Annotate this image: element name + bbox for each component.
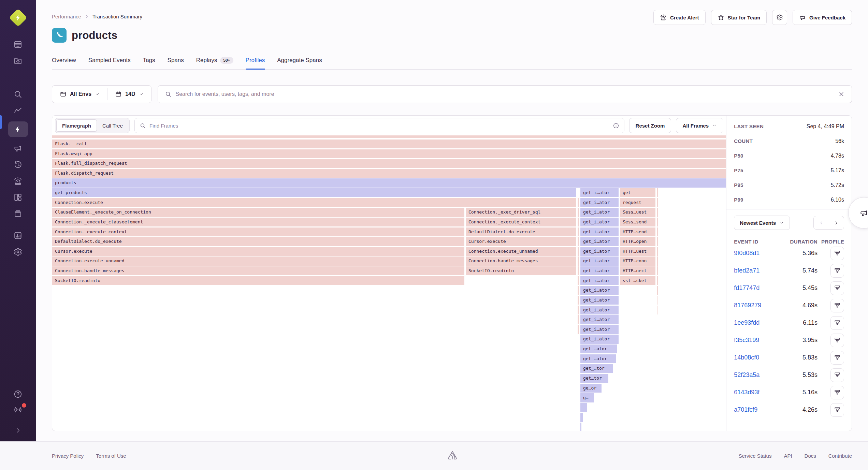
open-profile-button[interactable] [830,299,844,312]
flamegraph-frame[interactable]: HTTP…send [620,227,655,236]
flamegraph-frame[interactable]: HTTP…conn [620,256,655,265]
flamegraph-frame-sliver[interactable] [580,413,583,422]
flamegraph-frame[interactable]: get_i…ator [580,247,619,256]
events-sort-dropdown[interactable]: Newest Events [734,216,790,230]
flamegraph-frame-sliver[interactable] [52,135,726,138]
date-range-filter[interactable]: 14D [107,86,151,103]
flamegraph-frame-sliver[interactable] [657,256,658,265]
footer-link-docs[interactable]: Docs [805,453,816,459]
give-feedback-button[interactable]: Give Feedback [793,10,852,25]
create-alert-button[interactable]: Create Alert [653,10,705,25]
next-page-button[interactable] [829,216,844,229]
flamegraph-frame[interactable]: get_i…ator [580,188,619,197]
flamegraph-frame[interactable]: get_i…ator [580,218,619,226]
flamegraph-frame[interactable]: products [52,178,726,187]
flamegraph-frame[interactable]: Flask.__call__ [52,139,726,148]
flamegraph-frame[interactable]: Connection._exec_driver_sql [466,208,576,217]
tab-profiles[interactable]: Profiles [246,57,265,70]
flamegraph-frame[interactable]: Sess…uest [620,208,655,217]
flamegraph-frame[interactable]: get…tor [580,374,608,383]
flamegraph-frame[interactable]: Flask.dispatch_request [52,169,726,178]
flamegraph-frame[interactable]: ssl_…cket [620,276,655,285]
sidebar-item-dashboards[interactable] [0,189,36,205]
sidebar-item-issues[interactable] [0,36,36,53]
flamegraph-frame[interactable]: Connection.execute [52,198,576,207]
flamegraph-frame-sliver[interactable] [657,188,658,197]
flamegraph-frame[interactable]: Flask.wsgi_app [52,149,726,158]
flamegraph-frame-sliver[interactable] [657,227,658,236]
search-input[interactable] [176,91,834,97]
flamegraph-frame[interactable]: Connection._execute_clauseelement [52,218,464,226]
clear-search-icon[interactable] [838,91,845,98]
sidebar-item-stats[interactable] [0,227,36,244]
open-profile-button[interactable] [830,264,844,278]
reset-zoom-button[interactable]: Reset Zoom [629,118,671,133]
flamegraph-canvas[interactable]: Flask.__call__Flask.wsgi_appFlask.full_d… [52,135,726,431]
star-for-team-button[interactable]: Star for Team [711,10,767,25]
flamegraph-frame-sliver[interactable] [578,237,579,246]
sidebar-item-settings[interactable] [0,244,36,260]
tab-flamegraph[interactable]: Flamegraph [56,119,97,132]
flamegraph-frame[interactable]: get_i…ator [580,208,619,217]
flamegraph-frame[interactable]: get_i…ator [580,256,619,265]
flamegraph-frame-sliver[interactable] [657,218,658,226]
sidebar-item-broadcast[interactable] [0,402,36,417]
flamegraph-frame-sliver[interactable] [578,218,579,226]
flamegraph-frame-sliver[interactable] [657,276,658,285]
org-logo[interactable] [9,8,28,27]
sidebar-item-profiling[interactable] [0,119,36,140]
flamegraph-frame[interactable]: ClauseElement._execute_on_connection [52,208,464,217]
flamegraph-frame[interactable]: HTTP…open [620,237,655,246]
sidebar-item-projects[interactable] [0,53,36,69]
flamegraph-frame-sliver[interactable] [657,208,658,217]
flamegraph-frame-sliver[interactable] [580,423,581,431]
open-profile-button[interactable] [830,316,844,330]
footer-link-api[interactable]: API [784,453,792,459]
flamegraph-frame[interactable]: get_i…ator [580,325,619,334]
flamegraph-frame[interactable]: Connection.execute_unnamed [52,256,464,265]
event-id-link[interactable]: 1ee93fdd [734,319,781,326]
sidebar-item-releases[interactable] [0,205,36,222]
flamegraph-frame-sliver[interactable] [657,237,658,246]
event-id-link[interactable]: 52f23a5a [734,371,781,379]
open-profile-button[interactable] [830,386,844,399]
sidebar-item-help[interactable] [0,386,36,402]
flamegraph-frame[interactable]: HTTP…uest [620,247,655,256]
event-id-link[interactable]: 14b08cf0 [734,354,781,361]
flamegraph-frame[interactable]: DefaultDialect.do_execute [52,237,464,246]
flamegraph-frame-sliver[interactable] [657,306,657,314]
open-profile-button[interactable] [830,368,844,382]
flamegraph-frame-sliver[interactable] [657,247,658,256]
flamegraph-frame-sliver[interactable] [578,286,579,295]
flamegraph-frame[interactable]: get_…tor [580,364,613,373]
tab-aggregate-spans[interactable]: Aggregate Spans [277,57,322,70]
event-id-link[interactable]: 6143d93f [734,389,781,396]
settings-button[interactable] [772,10,787,25]
flamegraph-frame-sliver[interactable] [578,227,579,236]
flamegraph-frame-sliver[interactable] [578,325,579,334]
flamegraph-frame[interactable]: g… [580,393,594,402]
flamegraph-frame[interactable]: get_i…ator [580,227,619,236]
flamegraph-frame[interactable]: get_i…ator [580,286,619,295]
sidebar-expand-button[interactable] [0,424,36,437]
flamegraph-frame-sliver[interactable] [578,266,579,275]
flamegraph-frame[interactable]: get_i…ator [580,237,619,246]
flamegraph-frame[interactable]: get_…ator [580,344,617,353]
sidebar-item-replays[interactable] [0,156,36,173]
flamegraph-frame-sliver[interactable] [657,198,658,207]
flamegraph-frame[interactable]: Cursor.execute [466,237,576,246]
flamegraph-frame-sliver[interactable] [578,247,579,256]
event-id-link[interactable]: bfed2a71 [734,267,781,274]
flamegraph-frame[interactable]: get_i…ator [580,198,619,207]
flamegraph-frame[interactable]: get_products [52,188,576,197]
flamegraph-frame[interactable]: Connection._execute_context [466,218,576,226]
flamegraph-frame[interactable]: get_i…ator [580,296,619,305]
sidebar-item-feedback[interactable] [0,140,36,156]
flamegraph-frame-sliver[interactable] [580,403,587,412]
flamegraph-frame-sliver[interactable] [578,276,579,285]
sidebar-item-alerts[interactable] [0,173,36,189]
breadcrumb-performance[interactable]: Performance [52,14,81,19]
flamegraph-frame[interactable]: get_i…ator [580,315,619,324]
open-profile-button[interactable] [830,403,844,417]
event-id-link[interactable]: f35c3199 [734,337,781,344]
